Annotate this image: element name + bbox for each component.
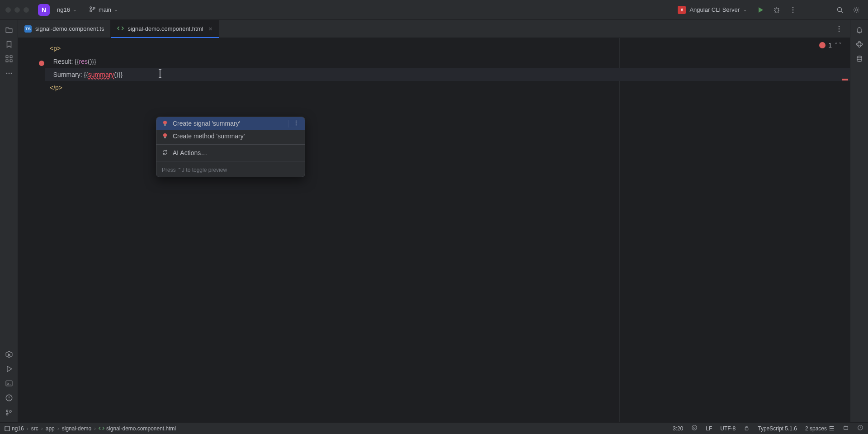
svg-point-0 bbox=[90, 6, 92, 8]
terminal-tool-icon[interactable] bbox=[3, 377, 15, 390]
left-tool-rail bbox=[0, 20, 18, 422]
close-window[interactable] bbox=[5, 7, 11, 13]
code-text: <p> bbox=[50, 45, 61, 52]
file-encoding[interactable]: UTF-8 bbox=[720, 425, 736, 432]
chevron-down-icon: ⌄ bbox=[114, 7, 118, 12]
intention-submenu-icon[interactable] bbox=[288, 120, 299, 127]
zoom-window[interactable] bbox=[24, 7, 29, 13]
tab-ts-file[interactable]: TS signal-demo.component.ts bbox=[18, 20, 111, 38]
svg-point-34 bbox=[857, 56, 862, 58]
reader-mode-icon[interactable] bbox=[691, 425, 698, 432]
readonly-toggle-icon[interactable] bbox=[744, 425, 750, 432]
svg-point-2 bbox=[93, 7, 95, 9]
svg-point-27 bbox=[296, 120, 297, 121]
svg-point-32 bbox=[856, 43, 863, 46]
run-tool-icon[interactable] bbox=[3, 363, 15, 375]
code-text: Result: {{ bbox=[50, 58, 79, 65]
breadcrumb-item[interactable]: signal-demo bbox=[62, 425, 91, 432]
branch-selector[interactable]: main ⌄ bbox=[85, 4, 121, 16]
branch-name-label: main bbox=[99, 6, 111, 13]
svg-point-28 bbox=[296, 122, 297, 123]
inspection-profile-icon[interactable] bbox=[857, 425, 863, 432]
svg-point-5 bbox=[793, 9, 794, 10]
run-button[interactable] bbox=[754, 4, 767, 16]
close-tab-icon[interactable]: × bbox=[208, 25, 212, 33]
next-highlight-icon[interactable]: ˅ bbox=[839, 42, 842, 49]
quickfix-bulb-icon bbox=[162, 120, 168, 127]
ai-actions-icon bbox=[162, 149, 168, 157]
bookmarks-tool-icon[interactable] bbox=[3, 38, 15, 51]
services-tool-icon[interactable] bbox=[3, 348, 15, 361]
minimize-window[interactable] bbox=[14, 7, 20, 13]
mem-indicator-icon[interactable] bbox=[843, 425, 849, 432]
project-name-label: ng16 bbox=[57, 6, 70, 13]
inspections-widget[interactable]: 1 ˄ ˅ bbox=[819, 42, 842, 49]
tab-html-file[interactable]: signal-demo.component.html × bbox=[111, 20, 219, 38]
chevron-right-icon: › bbox=[27, 425, 28, 432]
svg-point-1 bbox=[90, 10, 92, 12]
error-gutter-icon[interactable] bbox=[39, 61, 44, 66]
svg-point-13 bbox=[6, 73, 7, 74]
svg-rect-31 bbox=[164, 137, 166, 138]
html-file-icon bbox=[117, 25, 124, 33]
project-tool-icon[interactable] bbox=[3, 24, 15, 36]
run-configuration-selector[interactable]: n Angular CLI Server ⌄ bbox=[674, 4, 750, 16]
notifications-tool-icon[interactable] bbox=[853, 24, 866, 36]
code-text: Summary: {{ bbox=[50, 71, 88, 78]
tab-actions-icon[interactable] bbox=[833, 23, 845, 35]
editor-tabs: TS signal-demo.component.ts signal-demo.… bbox=[18, 20, 850, 38]
svg-point-36 bbox=[692, 425, 697, 430]
svg-rect-10 bbox=[10, 56, 12, 58]
quickfix-bulb-icon bbox=[162, 133, 168, 139]
project-selector[interactable]: ng16 ⌄ bbox=[53, 5, 80, 15]
more-actions-button[interactable] bbox=[787, 4, 799, 16]
language-version[interactable]: TypeScript 5.1.6 bbox=[758, 425, 797, 432]
database-tool-icon[interactable] bbox=[853, 52, 866, 65]
caret-position[interactable]: 3:20 bbox=[673, 425, 683, 432]
npm-icon: n bbox=[678, 6, 686, 14]
divider bbox=[156, 144, 305, 145]
ai-assistant-tool-icon[interactable] bbox=[853, 38, 866, 51]
svg-point-30 bbox=[163, 133, 167, 137]
gutter bbox=[18, 38, 45, 422]
line-separator[interactable]: LF bbox=[706, 425, 712, 432]
project-badge: N bbox=[38, 4, 50, 16]
breadcrumb-item[interactable]: signal-demo.component.html bbox=[99, 425, 176, 432]
breadcrumb-item[interactable]: ng16 bbox=[5, 425, 24, 432]
indent-icon bbox=[829, 425, 835, 431]
code-text: </p> bbox=[50, 84, 62, 91]
prev-highlight-icon[interactable]: ˄ bbox=[835, 42, 838, 49]
svg-point-37 bbox=[693, 427, 695, 429]
settings-button[interactable] bbox=[850, 4, 863, 16]
svg-rect-39 bbox=[844, 426, 848, 429]
svg-point-22 bbox=[839, 26, 840, 27]
indent-setting[interactable]: 2 spaces bbox=[805, 425, 835, 432]
error-icon bbox=[819, 42, 826, 48]
svg-rect-26 bbox=[164, 124, 166, 126]
svg-rect-38 bbox=[745, 427, 749, 430]
error-stripe-marker[interactable] bbox=[842, 79, 848, 80]
intention-create-signal[interactable]: Create signal 'summary' bbox=[156, 117, 305, 130]
search-button[interactable] bbox=[834, 4, 846, 16]
run-config-label: Angular CLI Server bbox=[689, 6, 740, 13]
intention-ai-actions[interactable]: AI Actions… bbox=[156, 146, 305, 159]
svg-rect-17 bbox=[6, 381, 12, 386]
debug-button[interactable] bbox=[770, 4, 783, 16]
chevron-right-icon: › bbox=[41, 425, 43, 432]
svg-rect-12 bbox=[10, 60, 12, 62]
editor-area: TS signal-demo.component.ts signal-demo.… bbox=[18, 20, 850, 422]
svg-point-4 bbox=[793, 7, 794, 8]
breadcrumb-item[interactable]: src bbox=[31, 425, 38, 432]
structure-tool-icon[interactable] bbox=[3, 52, 15, 65]
problems-tool-icon[interactable] bbox=[3, 392, 15, 404]
vcs-tool-icon[interactable] bbox=[3, 406, 15, 419]
more-tools-icon[interactable] bbox=[3, 67, 15, 80]
breadcrumb-item[interactable]: app bbox=[46, 425, 55, 432]
intention-label: Create method 'summary' bbox=[173, 132, 245, 140]
code-identifier: res bbox=[79, 58, 88, 65]
code-editor[interactable]: <p> Result: {{res()}} Summary: {{summary… bbox=[18, 38, 850, 422]
intention-actions-popup: Create signal 'summary' Create method 's… bbox=[156, 117, 305, 177]
intention-create-method[interactable]: Create method 'summary' bbox=[156, 130, 305, 142]
status-bar: ng16 › src › app › signal-demo › signal-… bbox=[0, 422, 868, 434]
intention-hint: Press ⌃J to toggle preview bbox=[156, 163, 305, 177]
